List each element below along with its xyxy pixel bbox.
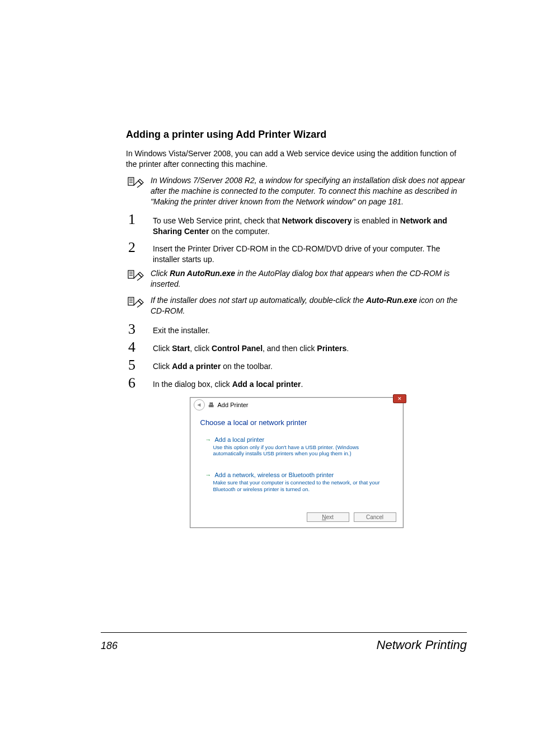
step-5-text: Click Add a printer on the toolbar. (153, 358, 467, 372)
step-number: 4 (126, 340, 147, 354)
note-2: Click Run AutoRun.exe in the AutoPlay di… (126, 268, 467, 290)
dialog-heading: Choose a local or network printer (200, 418, 393, 427)
step-5: 5 Click Add a printer on the toolbar. (126, 358, 467, 372)
step-1-text: To use Web Service print, check that Net… (153, 212, 467, 237)
step-number: 1 (126, 212, 147, 227)
text: , and then click (263, 344, 317, 353)
cancel-button: Cancel (354, 512, 396, 522)
note-icon (126, 268, 145, 281)
page-number: 186 (101, 640, 118, 652)
option-desc: Use this option only if you don't have a… (213, 444, 388, 458)
bold: Add a printer (172, 362, 221, 371)
step-3: 3 Exit the installer. (126, 322, 467, 337)
text: , click (190, 344, 212, 353)
footer-rule (101, 632, 467, 633)
step-2-text: Insert the Printer Driver CD-ROM in the … (153, 240, 467, 265)
svg-rect-4 (128, 270, 134, 278)
step-6: 6 In the dialog box, click Add a local p… (126, 376, 467, 390)
dialog-title-text: Add Printer (218, 402, 249, 408)
bold: Control Panel (212, 344, 263, 353)
option-title: Add a local printer (215, 436, 265, 443)
text: on the toolbar. (221, 362, 273, 371)
bold: Add a local printer (232, 380, 301, 389)
printer-icon: 🖶 (208, 402, 214, 408)
bold: Start (172, 344, 190, 353)
note-1-text: In Windows 7/Server 2008 R2, a window fo… (151, 175, 467, 207)
dialog-titlebar: ◄ 🖶 Add Printer ✕ (190, 398, 403, 412)
step-1: 1 To use Web Service print, check that N… (126, 212, 467, 237)
bold: Network discovery (282, 216, 352, 225)
note-2-text: Click Run AutoRun.exe in the AutoPlay di… (151, 268, 467, 290)
text: Click (151, 269, 170, 278)
option-desc: Make sure that your computer is connecte… (213, 479, 388, 493)
step-6-text: In the dialog box, click Add a local pri… (153, 376, 467, 390)
text: Click (153, 344, 172, 353)
note-3-text: If the installer does not start up autom… (151, 295, 467, 316)
bold-italic: Run AutoRun.exe (170, 269, 235, 278)
arrow-icon: → (205, 436, 212, 443)
add-printer-dialog: ◄ 🖶 Add Printer ✕ Choose a local or netw… (190, 397, 404, 529)
next-label: ext (326, 514, 333, 520)
step-4-text: Click Start, click Control Panel, and th… (153, 340, 467, 354)
text: In the dialog box, click (153, 380, 232, 389)
close-icon: ✕ (393, 394, 406, 403)
text: . (301, 380, 303, 389)
step-number: 5 (126, 358, 147, 372)
next-button: Next (307, 512, 349, 522)
text: If the installer does not start up autom… (151, 296, 366, 305)
option-local-printer: → Add a local printer Use this option on… (200, 432, 393, 463)
option-network-printer: → Add a network, wireless or Bluetooth p… (200, 468, 393, 498)
option-title: Add a network, wireless or Bluetooth pri… (215, 472, 334, 478)
step-4: 4 Click Start, click Control Panel, and … (126, 340, 467, 354)
svg-rect-0 (128, 178, 134, 185)
step-number: 2 (126, 240, 147, 255)
note-icon (126, 295, 145, 307)
note-icon (126, 175, 145, 188)
dialog-figure: ◄ 🖶 Add Printer ✕ Choose a local or netw… (126, 397, 467, 529)
text: . (346, 344, 349, 353)
section-heading: Adding a printer using Add Printer Wizar… (126, 129, 467, 141)
back-icon: ◄ (194, 399, 205, 410)
text: To use Web Service print, check that (153, 216, 282, 225)
step-number: 3 (126, 322, 147, 337)
svg-rect-8 (128, 297, 134, 305)
note-1: In Windows 7/Server 2008 R2, a window fo… (126, 175, 467, 207)
bold: Printers (317, 344, 346, 353)
text: Click (153, 362, 172, 371)
footer-title: Network Printing (377, 638, 467, 652)
text: on the computer. (209, 227, 269, 236)
step-3-text: Exit the installer. (153, 322, 467, 336)
arrow-icon: → (205, 472, 212, 478)
step-2: 2 Insert the Printer Driver CD-ROM in th… (126, 240, 467, 265)
bold-italic: Auto-Run.exe (366, 296, 417, 305)
note-3: If the installer does not start up autom… (126, 295, 467, 316)
text: is enabled in (352, 216, 400, 225)
intro-paragraph: In Windows Vista/Server 2008, you can ad… (126, 148, 467, 170)
step-number: 6 (126, 376, 147, 390)
